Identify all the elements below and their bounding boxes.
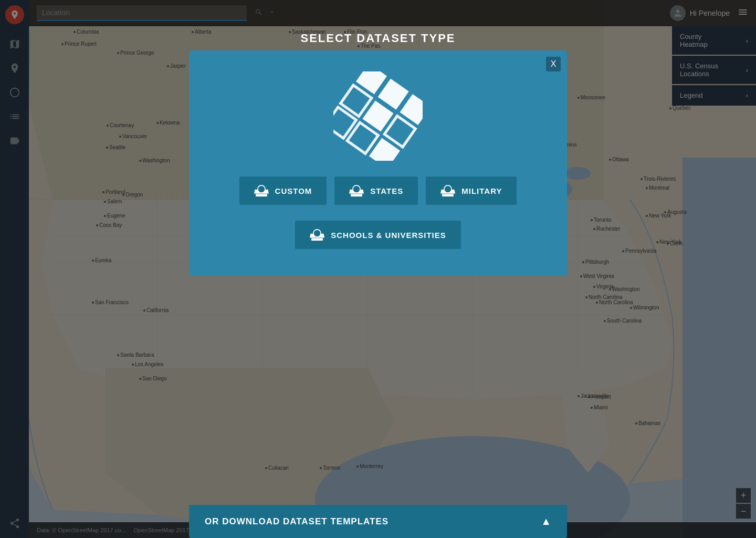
- custom-button[interactable]: CUSTOM: [239, 177, 327, 205]
- svg-rect-31: [256, 194, 267, 196]
- military-button[interactable]: MILITARY: [426, 177, 517, 205]
- dataset-grid-icon: [333, 71, 423, 161]
- custom-button-label: CUSTOM: [275, 187, 312, 195]
- download-bar[interactable]: OR DOWNLOAD DATASET TEMPLATES ▲: [189, 505, 567, 538]
- dataset-buttons-row1: CUSTOM STATES MILITARY: [239, 177, 517, 205]
- modal-title: SELECT DATASET TYPE: [300, 32, 455, 45]
- states-button-label: STATES: [370, 187, 403, 195]
- modal-overlay: SELECT DATASET TYPE X: [0, 0, 756, 538]
- dataset-buttons-row2: SCHOOLS & UNIVERSITIES: [295, 221, 461, 249]
- svg-rect-33: [442, 194, 454, 196]
- modal-close-button[interactable]: X: [546, 57, 561, 71]
- download-bar-text: OR DOWNLOAD DATASET TEMPLATES: [205, 516, 388, 527]
- schools-button[interactable]: SCHOOLS & UNIVERSITIES: [295, 221, 461, 249]
- svg-rect-32: [351, 194, 362, 196]
- svg-rect-27: [384, 116, 415, 147]
- collapse-icon: ▲: [541, 515, 551, 527]
- states-button[interactable]: STATES: [334, 177, 418, 205]
- schools-button-label: SCHOOLS & UNIVERSITIES: [331, 231, 446, 240]
- svg-rect-34: [311, 238, 323, 241]
- svg-rect-23: [378, 79, 409, 110]
- military-button-label: MILITARY: [461, 187, 502, 195]
- dataset-modal: X: [189, 50, 567, 275]
